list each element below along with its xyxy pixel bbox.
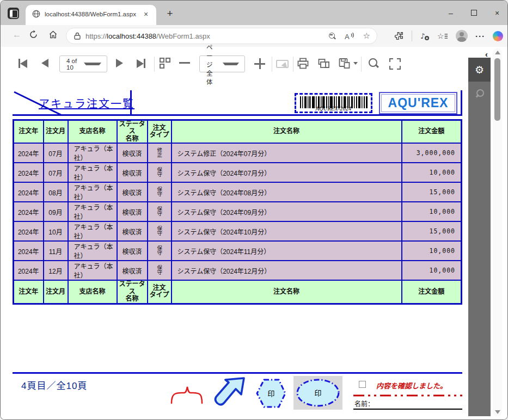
table-row: 2024年07月アキュラ（本社）検収済保守システム保守（2024年07月分）10… — [14, 163, 462, 182]
minimize-button[interactable]: – — [446, 9, 456, 17]
zoom-in-button[interactable] — [254, 58, 265, 69]
table-cell: システム保守（2024年12月分） — [172, 261, 402, 280]
toolbar-divider — [361, 57, 362, 72]
settings-panel-button[interactable]: ⚙ — [468, 58, 491, 82]
table-cell: 2024年 — [14, 182, 44, 202]
back-icon[interactable]: ← — [13, 30, 21, 40]
column-header: 支店名称 — [68, 120, 117, 144]
scroll-up-icon[interactable] — [495, 51, 500, 54]
toolbar-divider — [272, 57, 272, 72]
column-header: 注文年 — [14, 120, 44, 144]
table-cell: 2024年 — [14, 163, 44, 182]
workspaces-icon[interactable] — [8, 8, 19, 19]
page-number-dropdown[interactable]: 4 of 10 — [59, 55, 107, 72]
table-cell: 保守 — [148, 182, 172, 202]
table-cell: 保守 — [148, 202, 172, 221]
profile-avatar[interactable] — [456, 30, 468, 42]
toolbar-divider — [412, 30, 412, 41]
next-page-button[interactable] — [116, 59, 123, 67]
scrollbar-thumb[interactable] — [494, 58, 500, 121]
gear-icon: ⚙ — [475, 64, 484, 76]
search-button[interactable] — [369, 58, 379, 69]
oval-stamp: 印 — [295, 378, 341, 408]
zoom-out-button[interactable] — [179, 62, 190, 64]
extensions-icon[interactable] — [394, 31, 404, 41]
page-count-label: 4頁目／全10頁 — [21, 378, 87, 392]
media-icon[interactable]: ♪ — [420, 31, 430, 41]
confirm-checkbox[interactable] — [359, 381, 366, 388]
table-cell: 検収済 — [117, 182, 148, 202]
table-cell: アキュラ（本社） — [68, 163, 117, 182]
settings-menu-icon[interactable]: ··· — [475, 32, 485, 41]
previous-page-button[interactable] — [41, 59, 48, 67]
report-header: アキュラ注文一覧 AQUREX-2024 AQU' — [13, 90, 462, 116]
favorites-bar-icon[interactable]: ☆ — [437, 32, 448, 41]
confirmation-block: 内容を確認しました。 名前： — [353, 377, 462, 412]
column-header: 注文名称 — [172, 280, 402, 304]
print-icon[interactable] — [297, 57, 309, 70]
column-header: 支店名称 — [68, 280, 117, 304]
oval-stamp-backdrop: 印 — [293, 376, 342, 410]
confirm-label: 内容を確認しました。 — [376, 380, 447, 391]
fullscreen-button[interactable] — [389, 58, 401, 70]
vertical-scrollbar[interactable] — [493, 48, 502, 416]
header-divider-line — [130, 90, 132, 114]
table-cell: 2024年 — [14, 202, 44, 221]
table-row: 2024年09月アキュラ（本社）検収済保守システム保守（2024年09月分）10… — [14, 202, 462, 221]
new-tab-button[interactable]: + — [164, 8, 176, 20]
search-panel-button[interactable] — [468, 82, 491, 106]
column-header: 注文名称 — [172, 120, 402, 144]
browser-window: localhost:44388/WebForm1.aspx × + – × ← … — [0, 0, 508, 420]
table-cell: アキュラ（本社） — [68, 143, 117, 163]
column-header: ステータス 名称 — [117, 120, 148, 144]
viewer-side-panel: ⚙ — [468, 58, 491, 416]
save-icon — [338, 57, 351, 70]
table-cell: アキュラ（本社） — [68, 221, 117, 241]
column-header: 注文月 — [44, 280, 68, 304]
close-button[interactable]: × — [492, 9, 502, 17]
hex-stamp-label: 印 — [267, 390, 274, 398]
table-cell: アキュラ（本社） — [68, 241, 117, 261]
svg-text:♪: ♪ — [420, 32, 425, 40]
zoom-mode-dropdown[interactable]: ページ全体 — [199, 55, 245, 72]
read-aloud-icon[interactable]: A — [345, 32, 354, 40]
table-cell: 2024年 — [14, 241, 44, 261]
multipage-view-button[interactable] — [160, 58, 172, 70]
svg-text:A: A — [345, 32, 350, 40]
search-icon — [475, 89, 484, 98]
table-cell: 修正 — [148, 143, 172, 163]
export-save-button[interactable] — [338, 57, 358, 70]
copilot-icon[interactable] — [493, 31, 503, 41]
signature-line — [353, 409, 462, 410]
red-brace-annotation — [169, 385, 204, 404]
home-icon[interactable] — [48, 30, 58, 39]
barcode: AQUREX-2024 — [295, 93, 372, 113]
table-cell: 10,000 — [402, 261, 462, 280]
table-cell: アキュラ（本社） — [68, 202, 117, 221]
last-page-button[interactable] — [137, 59, 145, 68]
table-cell: 検収済 — [117, 261, 148, 280]
refresh-icon[interactable] — [29, 30, 38, 39]
blue-arrow-annotation — [213, 375, 248, 410]
table-cell: 検収済 — [117, 241, 148, 261]
favorite-star-icon[interactable]: ☆ — [363, 31, 370, 41]
table-cell: 10,000 — [402, 241, 462, 261]
table-cell: 10月 — [44, 221, 68, 241]
zoom-out-icon[interactable] — [329, 33, 336, 40]
maximize-button[interactable] — [471, 10, 477, 16]
browser-tab[interactable]: localhost:44388/WebForm1.aspx × — [26, 5, 156, 25]
table-cell: 09月 — [44, 202, 68, 221]
table-row: 2024年08月アキュラ（本社）検収済保守システム保守（2024年08月分）15… — [14, 182, 462, 202]
lock-icon[interactable] — [74, 32, 81, 40]
column-header: 注文金額 — [402, 120, 462, 144]
browser-titlebar: localhost:44388/WebForm1.aspx × + – × — [1, 1, 507, 25]
scroll-down-icon[interactable] — [495, 410, 500, 414]
table-cell: 検収済 — [117, 202, 148, 221]
address-input[interactable]: https://localhost:44388/WebForm1.aspx A … — [66, 28, 377, 44]
report-title: アキュラ注文一覧 — [39, 95, 134, 111]
tab-close-icon[interactable]: × — [141, 10, 151, 18]
print-layout-icon[interactable] — [317, 57, 330, 70]
first-page-button[interactable] — [19, 59, 27, 68]
report-viewer-toolbar: 4 of 10 ページ全体 — [1, 52, 466, 79]
header-right-line — [461, 90, 462, 114]
